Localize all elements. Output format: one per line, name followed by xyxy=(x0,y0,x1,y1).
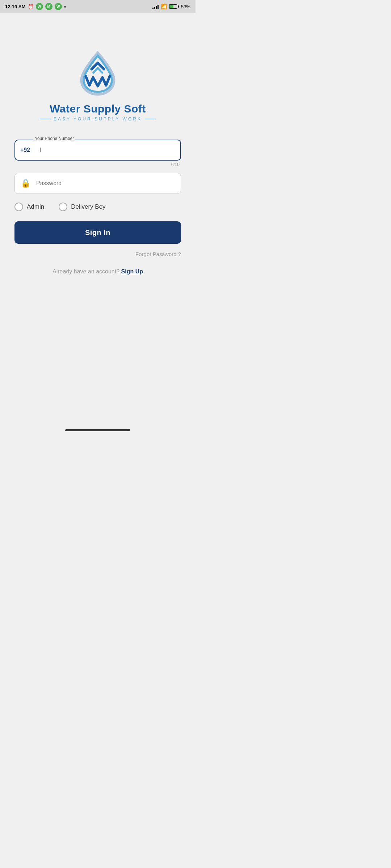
app-icon-2: M xyxy=(45,3,52,10)
sign-up-link[interactable]: Sign Up xyxy=(121,268,143,275)
subtitle-text: EASY YOUR SUPPLY WORK xyxy=(54,116,142,122)
subtitle-line-left xyxy=(40,119,51,119)
app-subtitle: EASY YOUR SUPPLY WORK xyxy=(40,116,156,122)
radio-admin-circle xyxy=(14,203,23,211)
dot-indicator xyxy=(64,6,66,8)
main-content: Water Supply Soft EASY YOUR SUPPLY WORK … xyxy=(0,13,196,424)
char-count: 0/10 xyxy=(14,162,181,167)
nav-indicator-line xyxy=(65,429,130,431)
password-row: 🔒 xyxy=(14,173,181,194)
phone-field-wrapper: Your Phone Number +92 xyxy=(14,140,181,161)
phone-label: Your Phone Number xyxy=(33,136,75,141)
logo-area: Water Supply Soft EASY YOUR SUPPLY WORK xyxy=(40,49,156,122)
phone-input[interactable] xyxy=(35,140,180,160)
subtitle-line-right xyxy=(145,119,156,119)
forgot-password-link[interactable]: Forgot Password ? xyxy=(135,251,181,257)
radio-delivery[interactable]: Delivery Boy xyxy=(59,203,105,211)
app-title: Water Supply Soft xyxy=(50,103,146,115)
account-text: Already have an account? xyxy=(52,268,119,275)
time-label: 12:19 AM xyxy=(5,4,26,9)
whatsapp-icon-1: W xyxy=(36,3,43,10)
form-area: Your Phone Number +92 0/10 🔒 Admin Deliv… xyxy=(14,140,181,275)
alarm-icon: ⏰ xyxy=(28,4,34,9)
battery-percent: 53% xyxy=(181,4,190,9)
wifi-icon: 📶 xyxy=(161,4,167,9)
radio-admin-label: Admin xyxy=(27,203,44,210)
forgot-password-wrapper: Forgot Password ? xyxy=(14,251,181,258)
radio-admin[interactable]: Admin xyxy=(14,203,44,211)
password-field-wrapper: 🔒 xyxy=(14,173,181,194)
status-right: 📶 53% xyxy=(152,4,190,9)
lock-icon: 🔒 xyxy=(15,179,36,188)
country-code: +92 xyxy=(15,147,35,153)
radio-delivery-circle xyxy=(59,203,67,211)
account-row: Already have an account? Sign Up xyxy=(14,268,181,275)
status-bar: 12:19 AM ⏰ W M W 📶 53% xyxy=(0,0,196,13)
password-input[interactable] xyxy=(36,173,181,193)
app-logo xyxy=(74,49,121,96)
status-left: 12:19 AM ⏰ W M W xyxy=(5,3,66,10)
battery-icon xyxy=(169,4,179,9)
radio-delivery-label: Delivery Boy xyxy=(71,203,105,210)
whatsapp-icon-3: W xyxy=(55,3,62,10)
signal-icon xyxy=(152,4,159,9)
radio-group: Admin Delivery Boy xyxy=(14,203,181,211)
sign-in-button[interactable]: Sign In xyxy=(14,221,181,244)
phone-row: +92 xyxy=(14,140,181,161)
bottom-nav-area xyxy=(0,424,196,434)
